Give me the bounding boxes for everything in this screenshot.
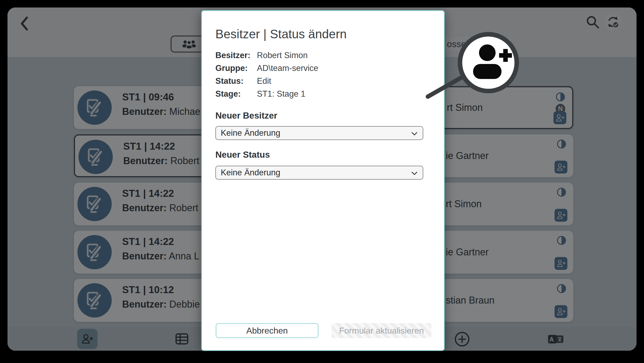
info-fields: Besitzer: Robert Simon Gruppe: AD\team-s… — [215, 49, 318, 100]
field-row: Stage: ST1: Stage 1 — [215, 88, 318, 100]
field-label: Status: — [215, 76, 257, 86]
field-label: Stage: — [215, 89, 257, 99]
neuer-status-label: Neuer Status — [215, 150, 270, 160]
field-label: Gruppe: — [215, 63, 257, 73]
field-row: Status: Edit — [215, 75, 318, 88]
selected-option: Keine Änderung — [221, 128, 280, 138]
screen: ossen — [0, 0, 644, 363]
neuer-besitzer-label: Neuer Besitzer — [215, 111, 277, 121]
neuer-status-select[interactable]: Keine Änderung — [215, 166, 423, 180]
chevron-down-icon — [411, 172, 417, 175]
chevron-down-icon — [411, 132, 417, 136]
field-row: Besitzer: Robert Simon — [215, 49, 318, 62]
selected-option: Keine Änderung — [221, 168, 280, 177]
field-value: ST1: Stage 1 — [257, 89, 305, 99]
field-value: Robert Simon — [257, 51, 308, 60]
cancel-button[interactable]: Abbrechen — [216, 323, 319, 338]
field-label: Besitzer: — [215, 51, 257, 60]
neuer-besitzer-select[interactable]: Keine Änderung — [215, 126, 423, 140]
field-value: AD\team-service — [257, 63, 318, 73]
modal-title: Besitzer | Status ändern — [215, 27, 347, 41]
field-row: Gruppe: AD\team-service — [215, 62, 318, 75]
field-value: Edit — [257, 76, 271, 86]
modal-besitzer-status: Besitzer | Status ändern Besitzer: Rober… — [201, 10, 445, 351]
submit-button[interactable]: Formular aktualisieren — [332, 323, 431, 338]
